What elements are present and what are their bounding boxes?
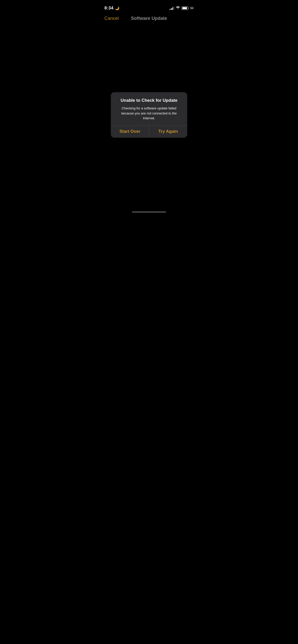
navigation-bar: Cancel Software Update bbox=[99, 13, 199, 24]
page-title: Software Update bbox=[131, 16, 167, 21]
cancel-button[interactable]: Cancel bbox=[104, 16, 119, 21]
wifi-icon bbox=[176, 6, 180, 10]
battery-icon: 94 bbox=[182, 6, 194, 10]
alert-content: Unable to Check for Update Checking for … bbox=[111, 92, 187, 125]
alert-dialog: Unable to Check for Update Checking for … bbox=[111, 92, 187, 138]
signal-strength-icon bbox=[170, 6, 174, 10]
alert-buttons: Start Over Try Again bbox=[111, 126, 187, 138]
status-time: 8:34 bbox=[104, 6, 113, 11]
home-indicator bbox=[132, 211, 166, 213]
alert-title: Unable to Check for Update bbox=[116, 98, 182, 103]
status-icons: 94 bbox=[170, 6, 194, 10]
start-over-button[interactable]: Start Over bbox=[111, 126, 149, 138]
try-again-button[interactable]: Try Again bbox=[149, 126, 187, 138]
battery-percent: 94 bbox=[190, 6, 194, 10]
main-content: Unable to Check for Update Checking for … bbox=[99, 92, 199, 138]
alert-message: Checking for a software update failed be… bbox=[116, 106, 182, 121]
do-not-disturb-icon: 🌙 bbox=[115, 6, 119, 10]
status-bar: 8:34 🌙 94 bbox=[99, 0, 199, 13]
